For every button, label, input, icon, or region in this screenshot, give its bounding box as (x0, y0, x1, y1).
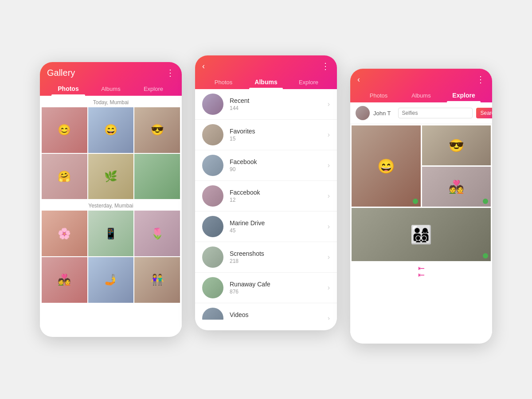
gallery-title: Gallery (47, 68, 75, 78)
album-name: Marine Drive (230, 219, 328, 227)
album-thumbnail (202, 185, 223, 207)
more-icon[interactable]: ⋮ (321, 61, 330, 71)
gallery-header: Gallery ⋮ Photos Albums Explore (40, 62, 182, 96)
album-name: Runaway Cafe (230, 281, 328, 288)
back-icon[interactable]: ‹ (202, 62, 205, 71)
tab-explore[interactable]: Explore (287, 75, 330, 89)
tab-albums[interactable]: Albums (90, 82, 132, 96)
explore-body: John T Search 😄 😎 💑 � (350, 102, 492, 333)
photo-face: 😄 (88, 107, 134, 153)
tab-explore[interactable]: Explore (132, 82, 175, 96)
explore-header: ‹ ⋮ Photos Albums Explore (350, 69, 492, 102)
album-item-marine-drive[interactable]: Marine Drive 45 › (195, 211, 337, 242)
album-item-facebook[interactable]: Facebook 90 › (195, 150, 337, 181)
album-info: Facebook 90 (230, 158, 328, 172)
album-item-runaway-cafe[interactable]: Runaway Cafe 876 › (195, 273, 337, 303)
tab-explore[interactable]: Explore (442, 88, 485, 102)
album-info: Favorites 15 (230, 128, 328, 142)
album-count: 21 (230, 319, 328, 320)
album-thumbnail (202, 246, 223, 268)
photo-cell[interactable]: 😎 (134, 107, 180, 153)
tab-albums[interactable]: Albums (245, 75, 287, 89)
albums-body: Recent 144 › Favorites 15 › Facebook 90 … (195, 89, 337, 320)
gallery-body: Today, Mumbai 😊 😄 😎 🤗 🌿 Yesterday, Mumba… (40, 96, 182, 328)
chevron-icon: › (328, 192, 330, 200)
photo-face: 💑 (42, 257, 87, 303)
tab-photos[interactable]: Photos (47, 82, 90, 96)
search-input[interactable] (398, 108, 473, 118)
album-item-recent[interactable]: Recent 144 › (195, 89, 337, 120)
photo-face: 😎 (134, 107, 180, 153)
album-thumbnail (202, 277, 223, 298)
tab-albums[interactable]: Albums (400, 89, 442, 102)
album-count: 876 (230, 289, 328, 295)
album-item-screenshots[interactable]: Screenshots 218 › (195, 242, 337, 273)
chevron-icon: › (328, 161, 330, 169)
explore-cell-tall[interactable]: 😄 (352, 125, 421, 207)
date-label-today: Today, Mumbai (40, 96, 182, 107)
album-name: Faccebook (230, 189, 328, 196)
album-count: 45 (230, 227, 328, 234)
photo-cell[interactable]: 🤗 (42, 154, 87, 200)
chevron-icon: › (328, 253, 330, 261)
photo-cell[interactable]: 😄 (88, 107, 134, 153)
photo-cell[interactable]: 👫 (134, 257, 180, 303)
explore-group-photo[interactable]: 👨‍👩‍👦‍👦 (352, 208, 491, 261)
chevron-down-bar[interactable]: ⤓⤓ (350, 262, 492, 281)
photo-face: 🌷 (134, 211, 180, 256)
album-name: Videos (230, 311, 328, 318)
album-info: Screenshots 218 (230, 250, 328, 264)
photo-grid-yesterday: 🌸 📱 🌷 💑 🤳 👫 (40, 211, 182, 302)
tab-photos[interactable]: Photos (357, 89, 400, 102)
album-name: Facebook (230, 158, 328, 165)
photo-cell[interactable]: 💑 (42, 257, 87, 303)
photo-face: 🌿 (88, 154, 134, 200)
tab-photos[interactable]: Photos (202, 75, 245, 89)
album-thumbnail (202, 94, 223, 115)
photo-cell[interactable]: 😊 (42, 107, 87, 153)
chevron-icon: › (328, 284, 330, 292)
photo-cell[interactable]: 📱 (88, 211, 134, 256)
more-icon[interactable]: ⋮ (166, 67, 175, 78)
album-name: Screenshots (230, 250, 328, 257)
explore-photo-grid: 😄 😎 💑 (350, 124, 492, 208)
photo-face: 🤳 (88, 257, 134, 303)
album-thumbnail (202, 308, 223, 320)
album-info: Recent 144 (230, 97, 328, 111)
phone-albums: ‹ ⋮ Photos Albums Explore Recent 144 › F… (195, 55, 337, 330)
albums-header: ‹ ⋮ Photos Albums Explore (195, 55, 337, 89)
album-info: Runaway Cafe 876 (230, 281, 328, 295)
photo-cell[interactable] (134, 154, 180, 200)
explore-cell-bottom-right[interactable]: 💑 (422, 167, 491, 207)
album-thumbnail (202, 155, 223, 176)
date-label-yesterday: Yesterday, Mumbai (40, 199, 182, 211)
photo-cell[interactable]: 🌷 (134, 211, 180, 256)
photo-face: 😊 (42, 107, 87, 153)
album-count: 218 (230, 258, 328, 264)
back-icon[interactable]: ‹ (357, 75, 360, 84)
chevron-icon: › (328, 131, 330, 139)
photo-face: 📱 (88, 211, 134, 256)
album-item-faccebook[interactable]: Faccebook 12 › (195, 181, 337, 211)
album-thumbnail (202, 216, 223, 237)
album-thumbnail (202, 124, 223, 145)
photo-face: 👫 (134, 257, 180, 303)
photo-cell[interactable]: 🤳 (88, 257, 134, 303)
album-item-favorites[interactable]: Favorites 15 › (195, 120, 337, 150)
explore-right-col: 😎 💑 (422, 125, 491, 207)
explore-tabs: Photos Albums Explore (357, 88, 485, 102)
search-bar: John T Search (350, 102, 492, 124)
explore-wide-photo: 👨‍👩‍👦‍👦 (350, 208, 492, 262)
photo-cell[interactable]: 🌸 (42, 211, 87, 256)
photo-cell[interactable]: 🌿 (88, 154, 134, 200)
explore-cell-top-right[interactable]: 😎 (422, 125, 491, 165)
online-dot (483, 253, 488, 258)
more-icon[interactable]: ⋮ (476, 74, 485, 85)
chevron-down-icon: ⤓⤓ (416, 265, 426, 278)
album-item-videos[interactable]: Videos 21 › (195, 303, 337, 320)
search-button[interactable]: Search (476, 108, 492, 118)
chevron-icon: › (328, 223, 330, 231)
photo-face: 🤗 (42, 154, 87, 200)
photo-face: 🌸 (42, 211, 87, 256)
album-info: Videos 21 (230, 311, 328, 320)
